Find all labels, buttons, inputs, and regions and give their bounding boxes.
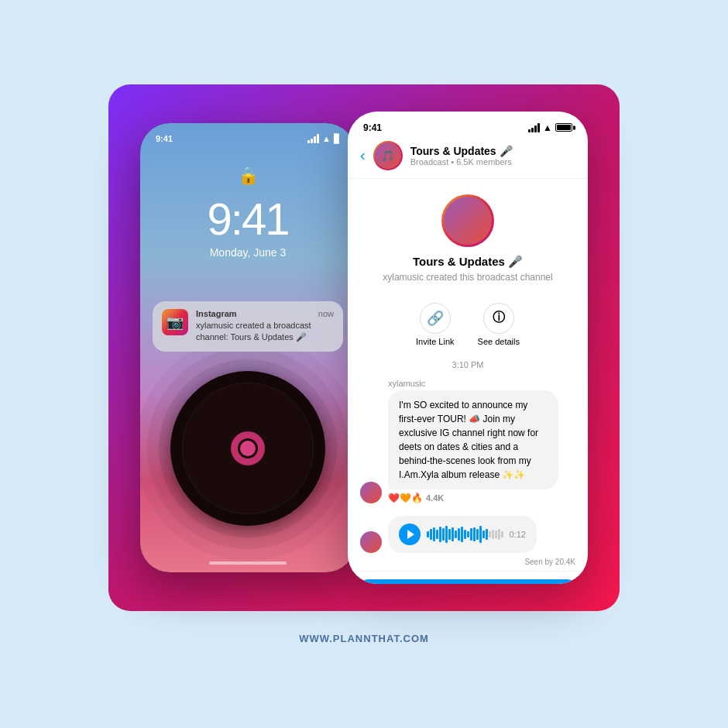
- channel-header: ‹ 🎵 Tours & Updates 🎤 Broadcast • 6.5K m…: [348, 133, 588, 179]
- message-reactions: ❤️🧡🔥 4.4K: [388, 493, 575, 503]
- message-row: xylamusic I'm SO excited to announce my …: [348, 376, 588, 507]
- channel-avatar-inner: 🎵: [375, 143, 401, 169]
- home-indicator-left: [209, 561, 287, 565]
- channel-intro: Tours & Updates 🎤 xylamusic created this…: [348, 179, 588, 292]
- vinyl-record: [170, 371, 325, 526]
- phone-right: 9:41 ▲ ‹ 🎵: [348, 112, 588, 584]
- left-phone-time: 9:41: [156, 134, 173, 143]
- lock-time: 9:41 Monday, June 3: [140, 193, 355, 259]
- battery-icon-right: [555, 123, 572, 132]
- action-icons-row: 🔗 Invite Link ⓘ See details: [348, 292, 588, 354]
- join-broadcast-button[interactable]: Join broadcast channel: [360, 579, 575, 584]
- join-area: Join broadcast channel Anyone who follow…: [348, 571, 588, 584]
- see-details-icon: ⓘ: [483, 303, 514, 334]
- audio-bubble[interactable]: 0:12: [388, 516, 537, 553]
- reaction-emojis: ❤️🧡🔥: [388, 493, 423, 503]
- notification-time: now: [318, 309, 334, 318]
- channel-header-avatar: 🎵: [373, 141, 403, 170]
- wifi-icon-right: ▲: [543, 122, 552, 133]
- notification-app-name: Instagram: [196, 309, 237, 318]
- instagram-notification[interactable]: 📷 Instagram now xylamusic created a broa…: [153, 301, 343, 352]
- message-content: xylamusic I'm SO excited to announce my …: [388, 379, 575, 503]
- left-status-icons: ▲ ▊: [307, 134, 340, 144]
- channel-name: Tours & Updates 🎤: [410, 145, 575, 157]
- audio-duration: 0:12: [510, 530, 526, 539]
- phone-left: 9:41 ▲ ▊ 🔒 9:41 Monday, June 3: [140, 123, 355, 572]
- channel-big-avatar: [441, 194, 494, 247]
- instagram-app-icon: 📷: [162, 309, 188, 335]
- notification-text: xylamusic created a broadcast channel: T…: [196, 320, 334, 344]
- signal-icon-right: [528, 123, 540, 132]
- signal-icon: [307, 134, 319, 143]
- invite-link-icon: 🔗: [420, 303, 451, 334]
- audio-message-row: 0:12: [348, 513, 588, 556]
- channel-big-avatar-inner: [444, 197, 492, 245]
- main-card: 9:41 ▲ ▊ 🔒 9:41 Monday, June 3: [108, 84, 620, 611]
- vinyl-grooves: [182, 383, 314, 514]
- seen-by: Seen by 20.4K: [348, 556, 588, 571]
- channel-meta: Broadcast • 6.5K members: [410, 157, 575, 167]
- reaction-count: 4.4K: [426, 493, 444, 503]
- battery-icon: ▊: [334, 134, 340, 144]
- status-bar-right: 9:41 ▲: [348, 112, 588, 133]
- sender-name: xylamusic: [388, 379, 575, 388]
- invite-link-action[interactable]: 🔗 Invite Link: [416, 303, 455, 346]
- status-bar-left: 9:41 ▲ ▊: [156, 134, 340, 144]
- channel-info: Tours & Updates 🎤 Broadcast • 6.5K membe…: [410, 145, 575, 167]
- audio-sender-avatar: [360, 531, 382, 553]
- waveform: [427, 525, 503, 544]
- lock-date: Monday, June 3: [140, 246, 355, 259]
- sender-avatar: [360, 482, 382, 503]
- site-url: WWW.PLANNTHAT.COM: [299, 633, 429, 644]
- right-phone-time: 9:41: [363, 122, 382, 133]
- invite-link-label: Invite Link: [416, 337, 455, 346]
- see-details-action[interactable]: ⓘ See details: [478, 303, 520, 346]
- wifi-icon: ▲: [322, 134, 331, 143]
- channel-created-by: xylamusic created this broadcast channel: [383, 272, 552, 283]
- chat-timestamp: 3:10 PM: [348, 354, 588, 376]
- message-bubble: I'm SO excited to announce my first-ever…: [388, 390, 558, 489]
- chat-body: Tours & Updates 🎤 xylamusic created this…: [348, 179, 588, 584]
- channel-big-name: Tours & Updates 🎤: [413, 255, 523, 269]
- play-triangle-icon: [407, 530, 414, 539]
- lock-icon: 🔒: [238, 166, 259, 186]
- notification-content: Instagram now xylamusic created a broadc…: [196, 309, 334, 344]
- right-status-icons: ▲: [528, 122, 572, 133]
- back-button[interactable]: ‹: [360, 146, 366, 164]
- notification-header: Instagram now: [196, 309, 334, 318]
- see-details-label: See details: [478, 337, 520, 346]
- lock-time-display: 9:41: [140, 193, 355, 245]
- play-button[interactable]: [399, 524, 421, 545]
